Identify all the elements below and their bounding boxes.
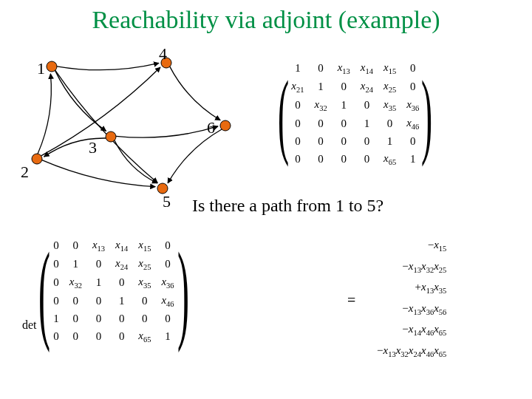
matrix-cell: 0 bbox=[133, 292, 156, 310]
matrix-cell: 0 bbox=[156, 255, 179, 273]
matrix-cell: x65 bbox=[133, 327, 156, 346]
matrix-cell: 0 bbox=[48, 236, 64, 255]
matrix-cell: 0 bbox=[87, 255, 110, 273]
matrix-cell: x15 bbox=[133, 236, 156, 255]
matrix-cell: 1 bbox=[378, 133, 401, 150]
matrix-cell: 0 bbox=[64, 292, 87, 310]
node-6 bbox=[220, 120, 231, 131]
matrix-cell: 0 bbox=[355, 150, 378, 168]
node-label-5: 5 bbox=[163, 192, 171, 211]
matrix-cell: x14 bbox=[110, 236, 133, 255]
edge-1-5 bbox=[55, 70, 158, 183]
matrix-cell: 1 bbox=[309, 78, 332, 96]
matrix-cell: 1 bbox=[48, 310, 64, 327]
matrix-cell: x65 bbox=[378, 150, 401, 168]
matrix-cell: x24 bbox=[355, 78, 378, 96]
matrix-cell: 0 bbox=[286, 150, 309, 168]
node-label-4: 4 bbox=[159, 44, 167, 64]
matrix-cell: 1 bbox=[332, 96, 355, 115]
matrix-cell: 1 bbox=[87, 273, 110, 292]
equals-sign: = bbox=[347, 292, 355, 309]
matrix-cell: 1 bbox=[156, 327, 179, 346]
matrix-cell: 0 bbox=[64, 310, 87, 327]
matrix-cell: x35 bbox=[378, 96, 401, 115]
rhs-term: −x14x46x65 bbox=[377, 321, 446, 342]
rhs-term: −x13x32x25 bbox=[377, 258, 446, 279]
matrix-cell: 0 bbox=[332, 115, 355, 133]
matrix-cell: x13 bbox=[87, 236, 110, 255]
matrix-cell: 0 bbox=[48, 255, 64, 273]
matrix-cell: x36 bbox=[156, 273, 179, 292]
matrix-cell: 0 bbox=[309, 59, 332, 78]
matrix-cell: 0 bbox=[156, 236, 179, 255]
matrix-cell: 0 bbox=[355, 96, 378, 115]
matrix-cell: x13 bbox=[332, 59, 355, 78]
matrix-cell: x25 bbox=[133, 255, 156, 273]
matrix-cell: 1 bbox=[110, 292, 133, 310]
matrix-cell: 0 bbox=[378, 115, 401, 133]
rhs-term: −x15 bbox=[377, 236, 446, 258]
matrix-cell: 1 bbox=[355, 115, 378, 133]
matrix-cell: x14 bbox=[355, 59, 378, 78]
rhs-term: −x13x32x24x46x65 bbox=[377, 342, 446, 364]
matrix-cell: 0 bbox=[332, 78, 355, 96]
matrix-cell: x32 bbox=[64, 273, 87, 292]
matrix-cell: x24 bbox=[110, 255, 133, 273]
matrix-cell: 0 bbox=[87, 310, 110, 327]
determinant-expr: det ( 00x13x14x150010x24x2500x3210x35x36… bbox=[22, 236, 187, 346]
matrix-cell: x25 bbox=[378, 78, 401, 96]
matrix-cell: x21 bbox=[286, 78, 309, 96]
matrix-cell: 0 bbox=[156, 310, 179, 327]
node-label-3: 3 bbox=[89, 138, 97, 157]
matrix-cell: 0 bbox=[332, 150, 355, 168]
matrix-cell: x46 bbox=[156, 292, 179, 310]
matrix-cell: 1 bbox=[64, 255, 87, 273]
node-3 bbox=[106, 132, 116, 142]
matrix-cell: 1 bbox=[286, 59, 309, 78]
matrix-cell: 0 bbox=[48, 273, 64, 292]
matrix-cell: 0 bbox=[133, 310, 156, 327]
node-label-6: 6 bbox=[207, 118, 215, 137]
matrix-cell: 0 bbox=[64, 327, 87, 346]
matrix-cell: 0 bbox=[309, 150, 332, 168]
matrix-cell: x35 bbox=[133, 273, 156, 292]
matrix-cell: 0 bbox=[110, 273, 133, 292]
edge-3-6 bbox=[116, 126, 218, 137]
edge-4-6 bbox=[170, 66, 220, 120]
question-text: Is there a path from 1 to 5? bbox=[192, 196, 383, 216]
edge-2-1 bbox=[38, 74, 51, 154]
edge-2-5 bbox=[42, 160, 155, 187]
matrix-cell: 0 bbox=[286, 96, 309, 115]
edge-1-4 bbox=[57, 63, 159, 69]
matrix-cell: x32 bbox=[309, 96, 332, 115]
matrix-cell: 0 bbox=[309, 115, 332, 133]
expansion-result: −x15−x13x32x25+x13x35−x13x36x56−x14x46x6… bbox=[377, 236, 446, 363]
matrix-cell: 0 bbox=[110, 310, 133, 327]
node-label-2: 2 bbox=[21, 163, 29, 182]
matrix-cell: x15 bbox=[378, 59, 401, 78]
matrix-cell: 0 bbox=[332, 133, 355, 150]
matrix-cell: 0 bbox=[355, 133, 378, 150]
matrix-cell: 0 bbox=[48, 327, 64, 346]
node-label-1: 1 bbox=[37, 59, 45, 78]
matrix-cell: 0 bbox=[64, 236, 87, 255]
graph-diagram bbox=[15, 41, 266, 211]
edge-2-4 bbox=[41, 67, 160, 156]
matrix-cell: 0 bbox=[87, 327, 110, 346]
edge-1-3 bbox=[55, 70, 106, 131]
matrix-cell: 0 bbox=[286, 115, 309, 133]
rhs-term: +x13x35 bbox=[377, 279, 446, 300]
matrix-cell: 0 bbox=[87, 292, 110, 310]
slide-title: Reachability via adjoint (example) bbox=[0, 6, 532, 34]
matrix-cell: 0 bbox=[48, 292, 64, 310]
node-2 bbox=[32, 154, 42, 164]
matrix-cell: 0 bbox=[286, 133, 309, 150]
node-1 bbox=[47, 61, 57, 72]
rhs-term: −x13x36x56 bbox=[377, 300, 446, 321]
matrix-I-minus-A: ( 10x13x14x150x2110x24x2500x3210x35x3600… bbox=[281, 59, 430, 168]
matrix-cell: 0 bbox=[110, 327, 133, 346]
matrix-cell: 0 bbox=[309, 133, 332, 150]
